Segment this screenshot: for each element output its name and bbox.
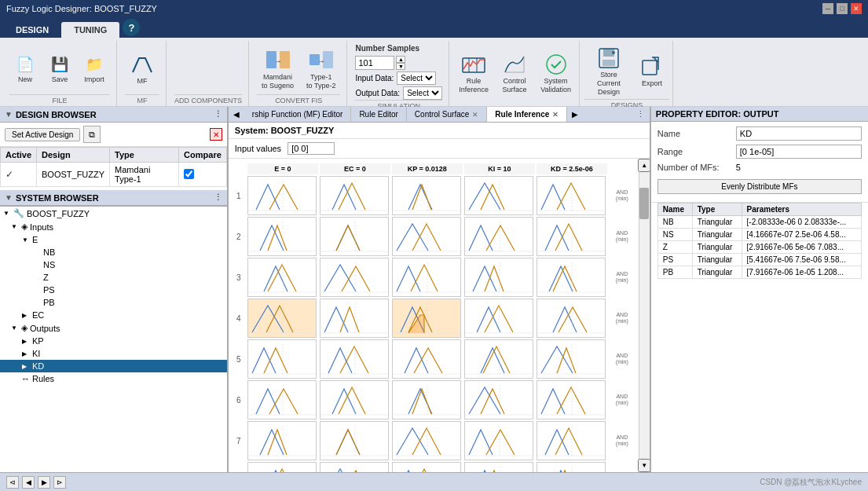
tree-item-boost-fuzzy[interactable]: ▼ 🔧 BOOST_FUZZY: [0, 207, 227, 220]
close-button[interactable]: ✕: [851, 3, 862, 14]
compare-checkbox[interactable]: [184, 169, 194, 179]
inference-row-2: 2: [232, 217, 635, 256]
close-rule-inference-tab[interactable]: ✕: [552, 111, 559, 119]
set-active-design-button[interactable]: Set Active Design: [5, 128, 80, 141]
close-control-surface-tab[interactable]: ✕: [472, 111, 478, 119]
tree-item-NS-input[interactable]: NS: [0, 258, 227, 271]
export-button[interactable]: Export: [635, 51, 669, 91]
tab-rule-editor[interactable]: Rule Editor: [351, 107, 406, 122]
design-row[interactable]: ✓ BOOST_FUZZY Mamdani Type-1: [1, 163, 227, 187]
mf-button[interactable]: MF: [125, 49, 159, 89]
svg-rect-91: [248, 381, 317, 420]
tab-bar-menu[interactable]: ⋮: [632, 107, 650, 122]
svg-rect-85: [465, 340, 533, 379]
tree-item-E[interactable]: ▼ E: [0, 233, 227, 246]
property-editor-header: PROPERTY EDITOR: OUTPUT: [651, 107, 868, 122]
mf-plot-r3-c0: [247, 258, 317, 297]
mf-plot-r7-c4: [537, 421, 606, 460]
system-browser-menu[interactable]: ⋮: [214, 192, 222, 203]
mf-plot-r4-c4: [537, 299, 606, 338]
prop-range-label: Range: [657, 147, 736, 156]
tab-design[interactable]: DESIGN: [3, 22, 61, 38]
tab-mf-editor[interactable]: rship Function (MF) Editor: [244, 107, 352, 122]
ribbon-group-mf: MF MF: [119, 41, 167, 106]
mf-svg-r5-c2: [393, 340, 461, 379]
control-surface-button[interactable]: ControlSurface: [495, 49, 534, 97]
design-browser-collapse[interactable]: ▼: [5, 110, 13, 119]
prop-range-input[interactable]: [736, 145, 862, 159]
new-button[interactable]: 📄 New: [9, 50, 41, 87]
scroll-thumb[interactable]: [639, 188, 649, 219]
tree-item-EC[interactable]: ▶ EC: [0, 309, 227, 321]
tree-item-PB-input[interactable]: PB: [0, 296, 227, 309]
svg-rect-82: [393, 340, 461, 379]
ribbon-mf-items: MF: [125, 42, 159, 94]
system-browser-collapse[interactable]: ▼: [5, 193, 13, 202]
tab-tuning[interactable]: TUNING: [61, 22, 119, 38]
inference-row-8: 8: [232, 462, 635, 472]
tab-control-surface[interactable]: Control Surface ✕: [407, 107, 487, 122]
right-panel: PROPERTY EDITOR: OUTPUT Name Range Numbe…: [651, 107, 868, 472]
nav-prev-button[interactable]: ◀: [22, 476, 35, 489]
tab-scroll-left[interactable]: ◀: [229, 108, 244, 121]
tree-item-inputs[interactable]: ▼ ◈ Inputs: [0, 220, 227, 233]
tree-item-PS-input[interactable]: PS: [0, 284, 227, 296]
tab-scroll-right[interactable]: ▶: [567, 108, 583, 121]
design-browser-header: ▼ DESIGN BROWSER ⋮: [0, 107, 227, 123]
mf-row-PB[interactable]: PB Triangular [7.91667e-06 1e-05 1.208..…: [657, 266, 861, 279]
mamdani-to-sugeno-button[interactable]: → Mamdanito Sugeno: [257, 43, 298, 93]
rule-inference-button[interactable]: RuleInference: [454, 49, 493, 97]
design-browser-menu[interactable]: ⋮: [214, 109, 222, 119]
prop-name-input[interactable]: [736, 126, 862, 141]
tree-item-outputs[interactable]: ▼ ◈ Outputs: [0, 321, 227, 335]
nav-home-button[interactable]: ⊲: [6, 476, 19, 489]
rule-inference-content: System: BOOST_FUZZY Input values E = 0 E…: [229, 123, 650, 472]
svg-rect-58: [537, 258, 606, 297]
copy-design-button[interactable]: ⧉: [83, 126, 101, 143]
scroll-up-button[interactable]: ▲: [638, 159, 649, 172]
remove-design-button[interactable]: ✕: [210, 128, 222, 141]
import-button[interactable]: 📁 Import: [79, 50, 110, 87]
maximize-button[interactable]: □: [837, 3, 848, 14]
tree-item-rules[interactable]: ↔ Rules: [0, 372, 227, 385]
convert-fis-label: CONVERT FIS: [257, 94, 340, 106]
tree-item-KD[interactable]: ▶ KD: [0, 360, 227, 372]
and-label-r5: AND(min): [609, 353, 635, 366]
svg-rect-109: [320, 422, 389, 460]
scroll-down-button[interactable]: ▼: [638, 459, 649, 472]
output-data-select[interactable]: Select: [403, 86, 442, 100]
help-button[interactable]: ?: [123, 19, 140, 36]
input-data-select[interactable]: Select: [397, 71, 436, 85]
tab-rule-inference[interactable]: Rule Inference ✕: [487, 107, 567, 122]
tree-item-KI[interactable]: ▶ KI: [0, 347, 227, 360]
tree-item-NB-input[interactable]: NB: [0, 246, 227, 258]
evenly-distribute-button[interactable]: Evenly Distribute MFs: [657, 179, 862, 194]
spin-down-button[interactable]: ▼: [396, 63, 405, 70]
store-current-design-button[interactable]: Store CurrentDesign: [584, 42, 633, 99]
nav-next-button[interactable]: ▶: [38, 476, 50, 489]
mf-row-PS[interactable]: PS Triangular [5.41667e-06 7.5e-06 9.58.…: [657, 254, 861, 266]
mf-plot-r4-c2: [392, 299, 461, 338]
mf-plot-r7-c2: [392, 421, 461, 460]
inference-grid-container[interactable]: E = 0 EC = 0 KP = 0.0128 KI = 10 KD = 2.…: [229, 159, 639, 472]
nav-end-button[interactable]: ⊳: [53, 476, 66, 489]
spin-up-button[interactable]: ▲: [396, 56, 405, 63]
input-values-field[interactable]: [288, 142, 335, 155]
mf-plot-r3-c1: [320, 258, 389, 297]
mf-row-NB[interactable]: NB Triangular [-2.08333e-06 0 2.08333e-.…: [657, 216, 861, 229]
tree-item-KP[interactable]: ▶ KP: [0, 335, 227, 347]
tree-item-Z-input[interactable]: Z: [0, 271, 227, 284]
mf-row-NS[interactable]: NS Triangular [4.16667e-07 2.5e-06 4.58.…: [657, 229, 861, 241]
type1-to-type2-button[interactable]: → Type-1to Type-2: [302, 43, 340, 93]
minimize-button[interactable]: ─: [822, 3, 833, 14]
col-header-rownum: [232, 163, 246, 174]
tree-icon-boost: 🔧: [13, 208, 24, 218]
save-button[interactable]: 💾 Save: [44, 50, 75, 87]
inference-rows: 1: [232, 176, 635, 472]
mf-row-Z[interactable]: Z Triangular [2.91667e-06 5e-06 7.083...: [657, 241, 861, 254]
num-samples-input[interactable]: [355, 56, 394, 70]
vertical-scrollbar[interactable]: ▲ ▼: [639, 159, 650, 472]
mf-svg-r1-c0: [248, 177, 317, 215]
num-samples-label: Number Samples: [355, 44, 442, 53]
system-validation-button[interactable]: SystemValidation: [536, 49, 576, 97]
